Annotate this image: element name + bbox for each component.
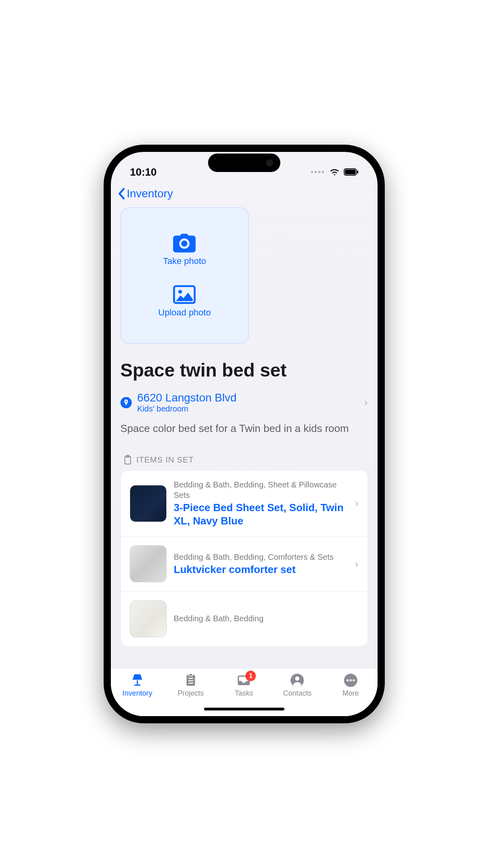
chevron-right-icon: › [355, 558, 359, 570]
item-thumbnail [130, 600, 167, 637]
svg-rect-1 [345, 170, 355, 174]
list-item[interactable]: Bedding & Bath, Bedding, Sheet & Pillowc… [121, 471, 368, 536]
item-name: 3-Piece Bed Sheet Set, Solid, Twin XL, N… [174, 501, 348, 527]
phone-frame: 10:10 •••• Inventory [104, 145, 385, 723]
svg-rect-9 [188, 678, 193, 679]
svg-point-16 [349, 679, 351, 681]
svg-rect-8 [189, 674, 192, 676]
upload-photo-button[interactable]: Upload photo [158, 285, 211, 318]
camera-icon [173, 233, 196, 253]
svg-point-4 [178, 290, 182, 293]
tab-more[interactable]: More [331, 673, 371, 698]
back-label: Inventory [127, 187, 173, 200]
take-photo-label: Take photo [163, 256, 206, 266]
person-circle-icon [290, 673, 304, 688]
tab-contacts[interactable]: Contacts [277, 673, 317, 698]
location-room: Kids' bedroom [137, 404, 359, 414]
tasks-badge: 1 [245, 671, 256, 681]
item-thumbnail [130, 545, 167, 582]
content-area: Take photo Upload photo Space twin bed s… [111, 207, 378, 668]
cellular-dots-icon: •••• [310, 168, 325, 177]
item-thumbnail [130, 485, 167, 522]
list-item[interactable]: Bedding & Bath, Bedding, Comforters & Se… [121, 536, 368, 592]
clipboard-list-icon [184, 673, 198, 688]
item-title: Space twin bed set [120, 359, 368, 381]
tab-label: Contacts [283, 689, 312, 698]
svg-point-13 [295, 676, 300, 681]
screen: 10:10 •••• Inventory [111, 152, 378, 716]
tab-label: Inventory [123, 689, 152, 698]
clipboard-icon [124, 455, 132, 465]
location-address: 6620 Langston Blvd [137, 391, 359, 404]
take-photo-button[interactable]: Take photo [163, 233, 206, 266]
item-name: Luktvicker comforter set [174, 563, 348, 576]
lamp-icon [130, 673, 145, 688]
svg-point-17 [353, 679, 355, 681]
chevron-right-icon: › [355, 497, 359, 510]
nav-bar: Inventory [111, 184, 378, 207]
svg-rect-2 [357, 170, 358, 174]
upload-photo-label: Upload photo [158, 307, 211, 318]
status-right: •••• [310, 166, 358, 178]
item-description: Space color bed set for a Twin bed in a … [120, 422, 368, 436]
chevron-left-icon [117, 188, 125, 200]
tab-label: Tasks [235, 689, 253, 698]
photo-card: Take photo Upload photo [120, 207, 249, 344]
tab-tasks[interactable]: 1 Tasks [224, 673, 264, 698]
tab-projects[interactable]: Projects [171, 673, 211, 698]
tab-label: Projects [178, 689, 204, 698]
wifi-icon [329, 166, 340, 178]
battery-icon [344, 166, 358, 178]
device-notch [208, 154, 280, 172]
items-header-label: ITEMS IN SET [137, 455, 194, 465]
items-list: Bedding & Bath, Bedding, Sheet & Pillowc… [120, 470, 368, 647]
home-indicator[interactable] [204, 708, 284, 710]
item-text: Bedding & Bath, Bedding [174, 613, 359, 624]
tab-label: More [343, 689, 359, 698]
item-category: Bedding & Bath, Bedding [174, 613, 359, 624]
svg-rect-10 [188, 680, 193, 681]
svg-rect-11 [188, 683, 193, 684]
image-icon [173, 285, 196, 304]
list-item[interactable]: Bedding & Bath, Bedding [121, 592, 368, 646]
location-text: 6620 Langston Blvd Kids' bedroom [137, 391, 359, 414]
item-text: Bedding & Bath, Bedding, Comforters & Se… [174, 552, 348, 576]
item-category: Bedding & Bath, Bedding, Comforters & Se… [174, 552, 348, 562]
status-time: 10:10 [130, 166, 157, 178]
location-pin-icon [120, 397, 132, 408]
ellipsis-circle-icon [343, 673, 358, 688]
svg-point-15 [347, 679, 349, 681]
item-category: Bedding & Bath, Bedding, Sheet & Pillowc… [174, 479, 348, 500]
tab-inventory[interactable]: Inventory [117, 673, 157, 698]
chevron-right-icon: › [364, 396, 368, 409]
item-text: Bedding & Bath, Bedding, Sheet & Pillowc… [174, 479, 348, 527]
items-section-header: ITEMS IN SET [120, 455, 368, 465]
back-button[interactable]: Inventory [117, 187, 173, 200]
location-row[interactable]: 6620 Langston Blvd Kids' bedroom › [120, 391, 368, 414]
